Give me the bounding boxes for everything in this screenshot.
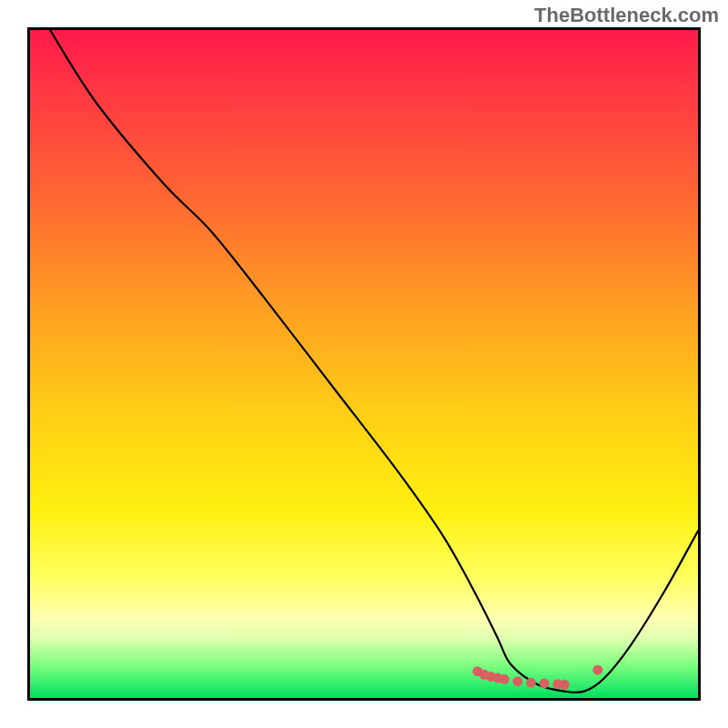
highlight-dot xyxy=(540,678,550,688)
highlight-dot xyxy=(500,674,510,684)
chart-container: TheBottleneck.com xyxy=(0,0,728,728)
bottleneck-curve-path xyxy=(50,30,698,693)
plot-area xyxy=(27,27,701,701)
watermark-text: TheBottleneck.com xyxy=(534,4,719,27)
highlight-dot xyxy=(560,680,570,690)
curve-layer xyxy=(30,30,698,698)
highlight-dot xyxy=(592,665,602,675)
highlight-dot xyxy=(512,676,522,686)
highlight-dot xyxy=(526,678,536,688)
highlight-dots-group xyxy=(472,665,602,690)
